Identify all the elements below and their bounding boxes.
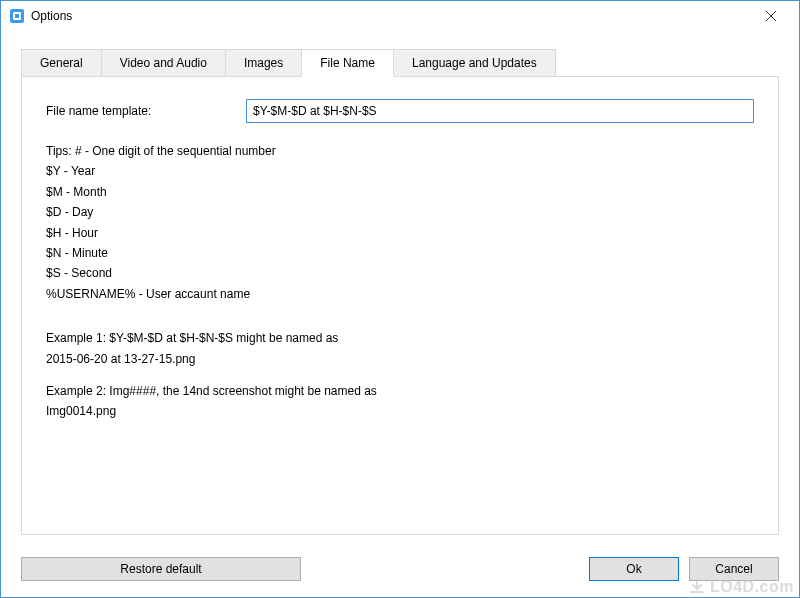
tip-line: $S - Second [46, 263, 754, 283]
example-1: Example 1: $Y-$M-$D at $H-$N-$S might be… [46, 328, 754, 369]
tab-label: Language and Updates [412, 56, 537, 70]
content-area: General Video and Audio Images File Name… [1, 31, 799, 547]
tip-line: Tips: # - One digit of the sequential nu… [46, 141, 754, 161]
tip-line: $D - Day [46, 202, 754, 222]
restore-default-button[interactable]: Restore default [21, 557, 301, 581]
tip-line: $H - Hour [46, 223, 754, 243]
tab-label: General [40, 56, 83, 70]
options-window: Options General Video and Audio Images F… [0, 0, 800, 598]
tab-label: File Name [320, 56, 375, 70]
tab-language-updates[interactable]: Language and Updates [393, 49, 556, 76]
tip-line: $Y - Year [46, 161, 754, 181]
filename-template-row: File name template: [46, 99, 754, 123]
tips-block: Tips: # - One digit of the sequential nu… [46, 141, 754, 422]
tab-video-audio[interactable]: Video and Audio [101, 49, 226, 76]
tab-images[interactable]: Images [225, 49, 302, 76]
tabs-row: General Video and Audio Images File Name… [21, 49, 779, 77]
example-line: 2015-06-20 at 13-27-15.png [46, 349, 754, 369]
spacer [46, 304, 754, 328]
tab-label: Video and Audio [120, 56, 207, 70]
filename-template-input[interactable] [246, 99, 754, 123]
tip-line: %USERNAME% - User accaunt name [46, 284, 754, 304]
example-line: Example 1: $Y-$M-$D at $H-$N-$S might be… [46, 328, 754, 348]
tab-file-name[interactable]: File Name [301, 49, 394, 77]
filename-template-label: File name template: [46, 104, 246, 118]
tab-general[interactable]: General [21, 49, 102, 76]
cancel-button[interactable]: Cancel [689, 557, 779, 581]
example-line: Img0014.png [46, 401, 754, 421]
example-2: Example 2: Img####, the 14nd screenshot … [46, 381, 754, 422]
close-button[interactable] [751, 2, 791, 30]
tab-label: Images [244, 56, 283, 70]
tip-line: $M - Month [46, 182, 754, 202]
svg-rect-2 [15, 14, 19, 18]
ok-button[interactable]: Ok [589, 557, 679, 581]
example-line: Example 2: Img####, the 14nd screenshot … [46, 381, 754, 401]
tip-line: $N - Minute [46, 243, 754, 263]
titlebar: Options [1, 1, 799, 31]
app-icon [9, 8, 25, 24]
window-title: Options [31, 9, 751, 23]
bottom-bar: Restore default Ok Cancel [1, 547, 799, 597]
tab-panel-file-name: File name template: Tips: # - One digit … [21, 77, 779, 535]
